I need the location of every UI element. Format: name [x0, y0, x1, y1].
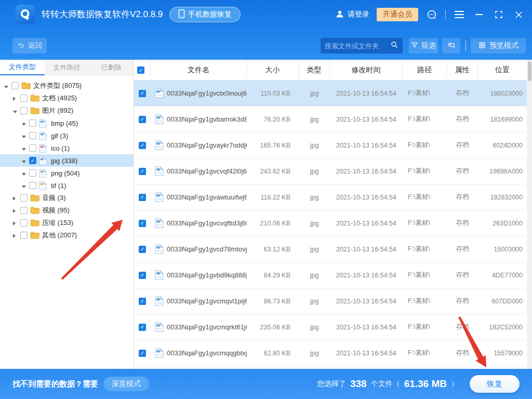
row-checkbox[interactable]: ✓	[139, 90, 146, 97]
tree-item[interactable]: png (504)	[0, 167, 134, 179]
tree-checkbox[interactable]	[11, 82, 19, 89]
tab-file-path[interactable]: 文件路径	[45, 60, 89, 75]
app-title: 转转大师数据恢复软件V2.0.8.9	[42, 0, 163, 29]
expander-down-icon[interactable]	[22, 143, 27, 153]
col-size[interactable]: 大小	[247, 60, 299, 81]
row-checkbox[interactable]: ✓	[139, 350, 146, 357]
col-type[interactable]: 类型	[299, 60, 330, 81]
col-filename[interactable]: 文件名	[151, 60, 247, 81]
tree-checkbox[interactable]	[29, 182, 36, 189]
tab-deleted[interactable]: 已删除	[89, 60, 134, 75]
table-row[interactable]: ✓0033NqaFgy1gvctx0inouj60...110.03 KBjpg…	[134, 81, 527, 107]
tree-item[interactable]: tif (1)	[0, 179, 134, 192]
table-row[interactable]: ✓0033NqaFgy1gvcvqfttd3j60...210.06 KBjpg…	[134, 210, 527, 236]
tree-item[interactable]: 文件类型 (8075)	[0, 79, 134, 92]
row-checkbox[interactable]: ✓	[139, 116, 146, 123]
row-checkbox[interactable]: ✓	[139, 298, 146, 305]
file-path: F:\素材\	[403, 297, 447, 305]
file-path: F:\素材\	[403, 323, 447, 331]
expander-down-icon[interactable]	[22, 168, 27, 178]
login-button[interactable]: 请登录	[335, 9, 369, 20]
row-checkbox[interactable]: ✓	[139, 220, 146, 227]
row-checkbox[interactable]: ✓	[139, 168, 146, 175]
table-row[interactable]: ✓0033NqaFgy1gvaykr7oddj6...165.76 KBjpg2…	[134, 132, 527, 158]
table-row[interactable]: ✓0033NqaFgy1gvcd78mtovj6...63.12 KBjpg20…	[134, 236, 527, 262]
col-path[interactable]: 路径	[403, 60, 447, 81]
deep-mode-button[interactable]: 深度模式	[103, 377, 149, 391]
tab-file-type[interactable]: 文件类型	[0, 60, 45, 75]
select-all-checkbox[interactable]: ✓	[137, 66, 144, 74]
tree-checkbox[interactable]	[20, 194, 28, 202]
col-location[interactable]: 位置	[478, 60, 527, 81]
row-checkbox[interactable]: ✓	[139, 142, 146, 149]
expander-right-icon[interactable]	[13, 193, 18, 203]
phone-recovery-button[interactable]: 手机数据恢复	[169, 7, 241, 22]
tree-item[interactable]: 视频 (95)	[0, 204, 134, 217]
tree-item[interactable]: 音频 (3)	[0, 192, 134, 204]
expander-right-icon[interactable]	[13, 218, 18, 228]
tree-item[interactable]: bmp (45)	[0, 117, 134, 129]
expander-right-icon[interactable]	[13, 231, 18, 240]
table-row[interactable]: ✓0033NqaFgy1gvcmqvl1pij6...86.73 KBjpg20…	[134, 288, 527, 314]
tree-checkbox[interactable]: ✓	[29, 157, 36, 164]
row-checkbox[interactable]: ✓	[139, 324, 146, 331]
tree-item[interactable]: 压缩 (153)	[0, 217, 134, 229]
tree-checkbox[interactable]	[29, 144, 36, 152]
table-row[interactable]: ✓0033NqaFgy1gvcmqrkt61j6...235.06 KBjpg2…	[134, 314, 527, 340]
tree-item[interactable]: ico (1)	[0, 142, 134, 154]
preview-mode-button[interactable]: 预览模式	[471, 38, 526, 54]
expander-down-icon[interactable]	[13, 106, 18, 115]
tree-item[interactable]: 图片 (892)	[0, 104, 134, 117]
back-label: 返回	[28, 41, 43, 50]
filter-button[interactable]: 筛选	[409, 38, 438, 54]
tree-item[interactable]: gif (3)	[0, 129, 134, 142]
table-row[interactable]: ✓0033NqaFgy1gvcmqqgbtxj...62.80 KBjpg202…	[134, 340, 527, 366]
scrollbar-thumb[interactable]	[528, 61, 531, 81]
tree-checkbox[interactable]	[29, 132, 36, 139]
vertical-scrollbar[interactable]	[527, 60, 532, 369]
tree-checkbox[interactable]	[29, 119, 36, 127]
expander-down-icon[interactable]	[22, 156, 27, 165]
close-button[interactable]	[512, 8, 525, 21]
table-row[interactable]: ✓0033NqaFgy1gvbd9kq888j...84.29 KBjpg202…	[134, 262, 527, 288]
file-path: F:\素材\	[403, 115, 447, 124]
table-row[interactable]: ✓0033NqaFgy1gvcvqf42l0j60...243.62 KBjpg…	[134, 158, 527, 184]
search-input[interactable]	[325, 42, 390, 50]
tree-item[interactable]: ✓jpg (338)	[0, 154, 134, 167]
tree-checkbox[interactable]	[29, 169, 36, 177]
select-all-checkbox-cell[interactable]: ✓	[134, 60, 151, 81]
list-search-button[interactable]	[442, 38, 460, 54]
back-button[interactable]: 返回	[12, 38, 47, 54]
row-checkbox[interactable]: ✓	[139, 246, 146, 253]
tree-checkbox[interactable]	[20, 207, 28, 214]
maximize-button[interactable]	[493, 8, 505, 21]
expander-right-icon[interactable]	[13, 94, 18, 103]
table-row[interactable]: ✓0033NqaFgy1gvawtuuifwj60...118.22 KBjpg…	[134, 184, 527, 210]
expander-down-icon[interactable]	[22, 131, 27, 140]
tree-checkbox[interactable]	[20, 219, 28, 227]
tree-checkbox[interactable]	[20, 95, 28, 102]
col-attr[interactable]: 属性	[447, 60, 478, 81]
tree-checkbox[interactable]	[20, 107, 28, 114]
menu-icon[interactable]	[453, 8, 466, 21]
header: 转转大师数据恢复软件V2.0.8.9 手机数据恢复 请登录 开通会员	[0, 0, 532, 60]
vip-button[interactable]: 开通会员	[377, 8, 418, 21]
tree-item[interactable]: 其他 (2007)	[0, 229, 134, 242]
minimize-button[interactable]	[473, 8, 485, 21]
expander-down-icon[interactable]	[22, 181, 27, 190]
search-icon[interactable]	[390, 41, 398, 51]
expander-down-icon[interactable]	[22, 118, 27, 128]
table-row[interactable]: ✓0033NqaFgy1gvbamok3d8j...76.20 KBjpg202…	[134, 107, 527, 132]
support-icon[interactable]	[425, 8, 438, 21]
row-checkbox[interactable]: ✓	[139, 272, 146, 279]
tree-checkbox[interactable]	[20, 232, 28, 239]
recover-button[interactable]: 恢复	[470, 375, 520, 393]
folder-icon	[30, 94, 39, 102]
expander-right-icon[interactable]	[13, 206, 18, 215]
expander-down-icon[interactable]	[4, 81, 9, 90]
jpg-file-icon	[155, 322, 164, 332]
file-path: F:\素材\	[403, 349, 447, 357]
row-checkbox[interactable]: ✓	[139, 194, 146, 201]
tree-item[interactable]: 文档 (4925)	[0, 92, 134, 104]
col-modified[interactable]: 修改时间	[330, 60, 403, 81]
